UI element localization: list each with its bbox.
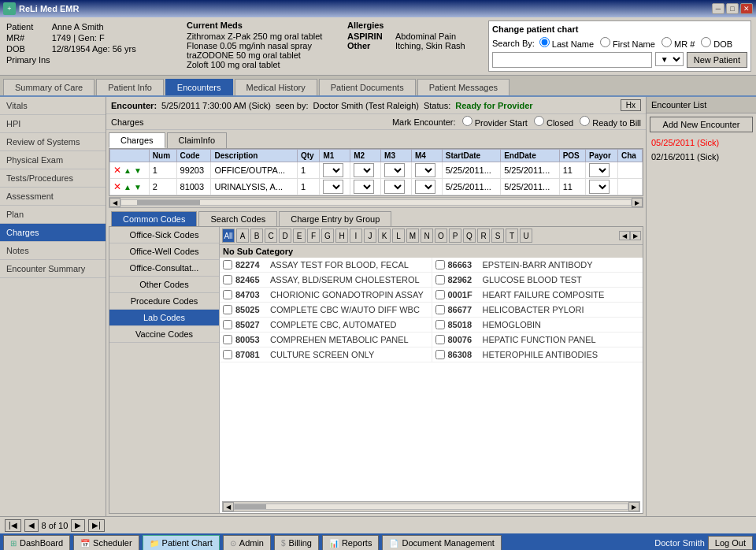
taskbar-reports[interactable]: 📊 Reports	[322, 535, 380, 550]
prev-page-button[interactable]: ◀	[24, 519, 39, 532]
cat-office-well[interactable]: Office-Well Codes	[109, 243, 219, 260]
add-encounter-button[interactable]: Add New Encounter	[650, 117, 753, 132]
scroll-left-arrow[interactable]: ◀	[109, 198, 120, 207]
code-check-82465[interactable]	[223, 275, 232, 284]
radio-closed[interactable]: Closed	[534, 116, 573, 128]
sidebar-encounter-summary[interactable]: Encounter Summary	[0, 260, 106, 278]
taskbar-billing[interactable]: $ Billing	[274, 535, 319, 550]
alpha-e[interactable]: E	[293, 229, 306, 243]
code-check-80053[interactable]	[223, 335, 232, 344]
cat-office-consult[interactable]: Office-Consultat...	[109, 260, 219, 277]
tab-encounters[interactable]: Encounters	[165, 79, 233, 95]
radio-dob[interactable]: DOB	[701, 37, 732, 49]
sidebar-notes[interactable]: Notes	[0, 242, 106, 260]
alpha-i[interactable]: I	[350, 229, 362, 243]
code-check-82962[interactable]	[435, 275, 445, 284]
code-check-85018[interactable]	[435, 320, 445, 329]
code-scroll-right[interactable]: ▶	[628, 502, 639, 511]
alpha-n[interactable]: N	[421, 229, 433, 243]
tab-patient-info[interactable]: Patient Info	[96, 79, 164, 95]
encounter-item-1[interactable]: 05/25/2011 (Sick)	[647, 136, 756, 150]
down-arrow-1[interactable]: ▼	[134, 166, 142, 175]
alpha-b[interactable]: B	[250, 229, 263, 243]
alpha-t[interactable]: T	[506, 229, 518, 243]
alpha-q[interactable]: Q	[463, 229, 476, 243]
cat-other[interactable]: Other Codes	[109, 277, 219, 293]
cat-lab[interactable]: Lab Codes	[109, 310, 219, 326]
alpha-l[interactable]: L	[392, 229, 405, 243]
alpha-scroll-left[interactable]: ◀	[619, 231, 630, 240]
code-tab-group[interactable]: Charge Entry by Group	[279, 211, 391, 226]
alpha-o[interactable]: O	[435, 229, 447, 243]
alpha-p[interactable]: P	[449, 229, 461, 243]
tab-summary-of-care[interactable]: Summary of Care	[3, 79, 94, 95]
taskbar-document-management[interactable]: 📄 Document Management	[382, 535, 501, 550]
logout-button[interactable]: Log Out	[708, 536, 753, 550]
subtab-claiminfo[interactable]: ClaimInfo	[167, 132, 227, 148]
chart-search-input[interactable]	[492, 52, 652, 68]
up-arrow-2[interactable]: ▲	[124, 183, 132, 191]
delete-icon-1[interactable]: ✕	[113, 165, 121, 176]
sidebar-assessment[interactable]: Assessment	[0, 188, 106, 206]
delete-icon-2[interactable]: ✕	[113, 181, 121, 192]
alpha-j[interactable]: J	[364, 229, 376, 243]
maximize-button[interactable]: □	[726, 3, 739, 14]
code-check-84703[interactable]	[223, 290, 232, 299]
alpha-c[interactable]: C	[265, 229, 277, 243]
taskbar-scheduler[interactable]: 📅 Scheduler	[73, 535, 139, 550]
first-page-button[interactable]: |◀	[5, 519, 21, 532]
taskbar-patient-chart[interactable]: 📁 Patient Chart	[143, 535, 220, 550]
tab-patient-documents[interactable]: Patient Documents	[319, 79, 416, 95]
code-check-86308[interactable]	[435, 350, 445, 359]
radio-firstname[interactable]: First Name	[600, 37, 655, 49]
alpha-g[interactable]: G	[321, 229, 334, 243]
alpha-a[interactable]: A	[236, 229, 249, 243]
code-check-85027[interactable]	[223, 320, 232, 329]
tab-medical-history[interactable]: Medical History	[235, 79, 317, 95]
alpha-k[interactable]: K	[378, 229, 391, 243]
code-check-86677[interactable]	[435, 305, 445, 314]
code-tab-search[interactable]: Search Codes	[198, 211, 277, 226]
radio-ready-to-bill[interactable]: Ready to Bill	[580, 116, 641, 128]
alpha-all[interactable]: All	[222, 229, 235, 243]
sidebar-hpi[interactable]: HPI	[0, 115, 106, 133]
alpha-d[interactable]: D	[279, 229, 291, 243]
code-check-82274[interactable]	[223, 260, 232, 269]
radio-mr[interactable]: MR #	[662, 37, 695, 49]
table-scrollbar[interactable]: ◀ ▶	[109, 197, 643, 208]
alpha-u[interactable]: U	[520, 229, 532, 243]
minimize-button[interactable]: ─	[712, 3, 724, 14]
alpha-m[interactable]: M	[406, 229, 419, 243]
alpha-scroll-right[interactable]: ▶	[630, 231, 641, 240]
sidebar-vitals[interactable]: Vitals	[0, 97, 106, 115]
sidebar-review-of-systems[interactable]: Review of Systems	[0, 133, 106, 151]
sidebar-plan[interactable]: Plan	[0, 206, 106, 224]
code-check-87081[interactable]	[223, 350, 232, 359]
taskbar-admin[interactable]: ⊙ Admin	[223, 535, 271, 550]
next-page-button[interactable]: ▶	[71, 519, 85, 532]
radio-provider-start[interactable]: Provider Start	[462, 116, 528, 128]
scroll-right-arrow[interactable]: ▶	[632, 198, 643, 207]
hx-button[interactable]: Hx	[621, 99, 641, 111]
code-check-85025[interactable]	[223, 305, 232, 314]
last-page-button[interactable]: ▶|	[88, 519, 105, 532]
close-button[interactable]: ✕	[740, 3, 753, 14]
alpha-f[interactable]: F	[307, 229, 320, 243]
alpha-h[interactable]: H	[335, 229, 348, 243]
chart-search-dropdown[interactable]: ▼	[655, 52, 684, 66]
cat-procedure[interactable]: Procedure Codes	[109, 293, 219, 310]
encounter-item-2[interactable]: 02/16/2011 (Sick)	[647, 150, 756, 164]
code-list-scrollbar[interactable]: ◀ ▶	[222, 501, 640, 512]
code-check-86663[interactable]	[435, 260, 445, 269]
code-tab-common[interactable]: Common Codes	[111, 211, 197, 226]
up-arrow-1[interactable]: ▲	[124, 166, 132, 175]
cat-office-sick[interactable]: Office-Sick Codes	[109, 227, 219, 243]
code-scroll-left[interactable]: ◀	[223, 502, 234, 511]
sidebar-charges[interactable]: Charges	[0, 224, 106, 242]
sidebar-physical-exam[interactable]: Physical Exam	[0, 151, 106, 169]
alpha-s[interactable]: S	[491, 229, 504, 243]
radio-lastname[interactable]: Last Name	[539, 37, 594, 49]
subtab-charges[interactable]: Charges	[109, 132, 165, 148]
alpha-r[interactable]: R	[477, 229, 490, 243]
code-check-0001F[interactable]	[435, 290, 445, 299]
